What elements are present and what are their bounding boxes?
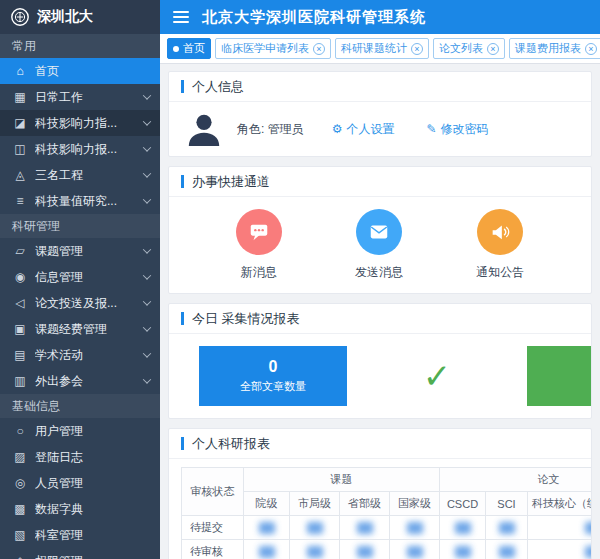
chevron-down-icon <box>143 143 151 151</box>
meeting-icon: ▥ <box>13 374 27 388</box>
col-header: SCI <box>486 492 528 516</box>
tab[interactable]: 临床医学申请列表× <box>215 38 331 59</box>
stat-label: 全部文章数量 <box>240 379 306 394</box>
tab-label: 论文列表 <box>439 41 483 56</box>
sidebar-item[interactable]: ▱课题管理 <box>0 238 160 264</box>
tab[interactable]: 首页 <box>167 38 211 59</box>
sidebar-item[interactable]: ▦日常工作 <box>0 84 160 110</box>
close-icon[interactable]: × <box>585 43 597 55</box>
impact-report-icon: ◫ <box>13 142 27 156</box>
table-row: 待审核 <box>182 540 592 559</box>
activity-icon: ▤ <box>13 348 27 362</box>
shortcut-label: 新消息 <box>241 264 277 281</box>
sidebar-item-label: 课题经费管理 <box>35 321 136 338</box>
value-cell[interactable] <box>440 516 486 540</box>
impact-index-icon: ◪ <box>13 116 27 130</box>
value-cell[interactable] <box>290 540 340 559</box>
blurred-value <box>407 546 423 558</box>
sidebar-item-label: 科技量值研究... <box>35 193 136 210</box>
chevron-down-icon <box>143 297 151 305</box>
personal-settings-link[interactable]: ⚙ 个人设置 <box>332 121 395 138</box>
sidebar-item[interactable]: ◎人员管理 <box>0 470 160 496</box>
blurred-value <box>259 546 275 558</box>
value-cell[interactable] <box>486 516 528 540</box>
sidebar-item[interactable]: ▩数据字典 <box>0 496 160 522</box>
value-cell[interactable] <box>290 516 340 540</box>
sidebar-item[interactable]: ◁论文投送及报... <box>0 290 160 316</box>
sidebar-item-label: 课题管理 <box>35 243 136 260</box>
value-cell[interactable] <box>528 516 592 540</box>
value-cell[interactable] <box>390 516 440 540</box>
sidebar-item[interactable]: ▣课题经费管理 <box>0 316 160 342</box>
new-message-shortcut[interactable]: 新消息 <box>236 209 282 281</box>
info-icon: ◉ <box>13 270 27 284</box>
today-report-panel: 今日 采集情况报表 0 全部文章数量 ✓ ✓ <box>168 303 592 419</box>
close-icon[interactable]: × <box>411 43 423 55</box>
tab[interactable]: 科研课题统计× <box>335 38 429 59</box>
sidebar-item-label: 信息管理 <box>35 269 136 286</box>
sidebar-item[interactable]: ▥外出参会 <box>0 368 160 394</box>
panel-title: 办事快捷通道 <box>192 173 270 191</box>
tab-bar: 首页临床医学申请列表×科研课题统计×论文列表×课题费用报表×用户列表× <box>160 34 600 64</box>
tab[interactable]: 课题费用报表× <box>509 38 600 59</box>
table-row: 待提交 <box>182 516 592 540</box>
sidebar-item[interactable]: ◬三名工程 <box>0 162 160 188</box>
value-cell[interactable] <box>244 540 290 559</box>
close-icon[interactable]: × <box>313 43 325 55</box>
value-cell[interactable] <box>390 540 440 559</box>
hospital-emblem-icon <box>10 7 30 27</box>
blurred-value <box>259 522 275 534</box>
sidebar-item-label: 三名工程 <box>35 167 136 184</box>
check-tile-green[interactable]: ✓ <box>527 346 591 406</box>
blurred-value <box>499 546 515 558</box>
menu-toggle-button[interactable] <box>160 0 202 34</box>
value-cell[interactable] <box>244 516 290 540</box>
stat-value: 0 <box>269 358 278 376</box>
row-label: 待审核 <box>182 540 244 559</box>
blurred-value <box>585 522 592 534</box>
sidebar-section-label: 基础信息 <box>0 394 160 418</box>
change-password-link[interactable]: ✎ 修改密码 <box>426 121 488 138</box>
accent-bar <box>181 312 184 325</box>
tab-label: 临床医学申请列表 <box>221 41 309 56</box>
value-cell[interactable] <box>340 540 390 559</box>
accent-bar <box>181 437 184 450</box>
chevron-down-icon <box>143 195 151 203</box>
accent-bar <box>181 80 184 93</box>
app-window: 深圳北大 北京大学深圳医院科研管理系统 常用⌂首页▦日常工作◪科技影响力指...… <box>0 0 600 559</box>
sidebar-item[interactable]: ◪科技影响力指... <box>0 110 160 136</box>
sidebar-item[interactable]: ○用户管理 <box>0 418 160 444</box>
sidebar-item[interactable]: ◫科技影响力报... <box>0 136 160 162</box>
personal-info-body: 角色: 管理员 ⚙ 个人设置 ✎ 修改密码 <box>169 102 591 156</box>
value-cell[interactable] <box>486 540 528 559</box>
sidebar-item[interactable]: ◈权限管理 <box>0 548 160 559</box>
tab[interactable]: 论文列表× <box>433 38 505 59</box>
announcement-shortcut[interactable]: 通知公告 <box>476 209 524 281</box>
sidebar-item[interactable]: ▧科室管理 <box>0 522 160 548</box>
sidebar-item[interactable]: ▤学术活动 <box>0 342 160 368</box>
topic-icon: ▱ <box>13 244 27 258</box>
value-cell[interactable] <box>528 540 592 559</box>
sidebar-item[interactable]: ≡科技量值研究... <box>0 188 160 214</box>
close-icon[interactable]: × <box>487 43 499 55</box>
blurred-value <box>307 546 323 558</box>
col-header: 院级 <box>244 492 290 516</box>
value-cell[interactable] <box>340 516 390 540</box>
panel-header: 个人科研报表 <box>169 429 591 459</box>
article-count-tile[interactable]: 0 全部文章数量 <box>199 346 347 406</box>
sidebar-item[interactable]: ▨登陆日志 <box>0 444 160 470</box>
value-cell[interactable] <box>440 540 486 559</box>
sidebar-item-label: 用户管理 <box>35 423 150 440</box>
sidebar-item[interactable]: ⌂首页 <box>0 58 160 84</box>
sidebar-item[interactable]: ◉信息管理 <box>0 264 160 290</box>
check-tile[interactable]: ✓ <box>363 346 511 406</box>
panel-header: 办事快捷通道 <box>169 167 591 197</box>
sidebar-item-label: 论文投送及报... <box>35 295 136 312</box>
chevron-down-icon <box>143 271 151 279</box>
chevron-down-icon <box>143 245 151 253</box>
panel-title: 个人科研报表 <box>192 435 270 453</box>
col-header: 市局级 <box>290 492 340 516</box>
user-role-label: 角色: 管理员 <box>237 121 304 138</box>
send-message-shortcut[interactable]: 发送消息 <box>355 209 403 281</box>
sidebar-item-label: 外出参会 <box>35 373 136 390</box>
